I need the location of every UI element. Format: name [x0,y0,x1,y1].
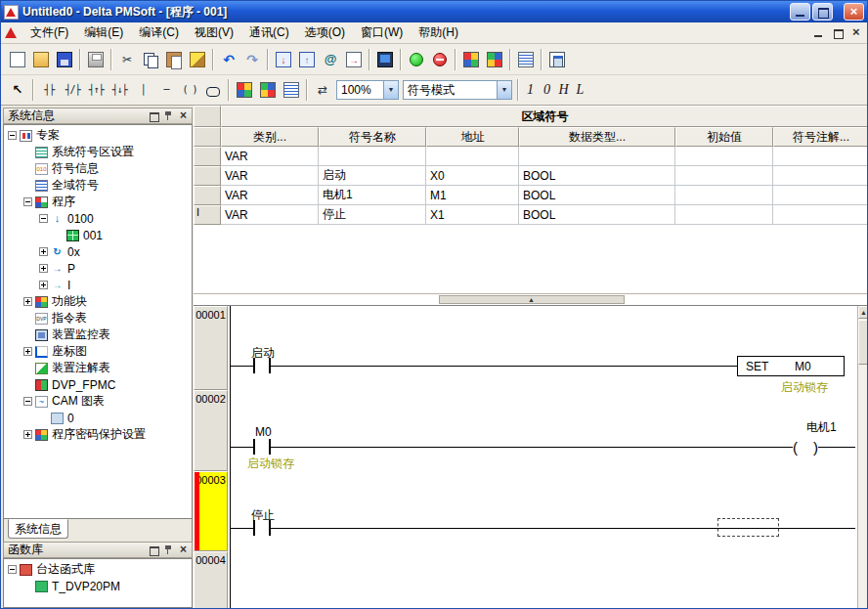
float-panel-button[interactable] [148,544,160,556]
pin-panel-button[interactable] [162,110,175,122]
cell-type[interactable]: BOOL [519,166,675,186]
convert-button[interactable] [311,78,334,102]
tree-item-coordinate-chart[interactable]: 座标图 [4,343,192,360]
symbol-row[interactable]: VAR 启动 X0 BOOL [194,166,868,186]
tree-item-i-interrupt[interactable]: I [4,277,192,293]
state-0-button[interactable]: 0 [539,80,555,100]
contact-no-button[interactable]: ┤├ [37,78,61,102]
state-1-button[interactable]: 1 [522,80,539,100]
close-panel-button[interactable] [177,544,190,556]
device-monitor-button[interactable] [459,48,483,71]
tree-item-ox-motion[interactable]: 0x [4,243,192,260]
monitor-button[interactable] [373,48,397,71]
cell-initial[interactable] [675,147,773,166]
menu-help[interactable]: 帮助(H) [411,22,466,44]
collapse-icon[interactable] [8,565,17,574]
symbol-mode-combobox[interactable]: 符号模式 ▼ [403,80,512,100]
cell-name[interactable]: 电机1 [319,186,426,205]
menu-file[interactable]: 文件(F) [22,22,76,44]
selection-cursor-box[interactable] [717,518,779,537]
vertical-line-button[interactable]: │ [131,78,154,102]
tree-item-device-comment-table[interactable]: 装置注解表 [4,360,192,376]
tree-item-system-symbol-settings[interactable]: 系统符号区设置 [4,144,192,160]
state-h-button[interactable]: H [555,80,572,100]
select-tool-button[interactable] [6,78,29,102]
tree-item-symbol-info[interactable]: 符号信息 [4,160,192,177]
new-button[interactable] [6,48,29,71]
redo-button[interactable] [240,48,264,71]
collapse-icon[interactable] [39,214,48,223]
open-button[interactable] [29,48,53,71]
menu-options[interactable]: 选项(O) [297,22,353,44]
tree-item-cam-0[interactable]: 0 [4,410,192,426]
menu-communication[interactable]: 通讯(C) [241,22,297,44]
cell-comment[interactable] [773,166,868,186]
column-header-initial[interactable]: 初始值 [675,127,773,147]
column-header-comment[interactable]: 符号注解... [773,127,868,147]
run-plc-button[interactable] [405,48,428,71]
cell-address[interactable]: X0 [426,166,519,186]
collapse-icon[interactable] [23,197,32,206]
cell-initial[interactable] [675,205,773,225]
print-button[interactable] [84,48,108,71]
tree-item-dvp-fpmc[interactable]: DVP_FPMC [4,376,192,393]
cell-name[interactable] [319,147,426,166]
instruction-box-button[interactable] [201,78,225,102]
scrollbar-thumb[interactable] [858,320,868,365]
tree-item-cam-chart[interactable]: CAM 图表 [4,393,192,410]
tree-item-network-001[interactable]: 001 [4,227,192,243]
column-header-class[interactable]: 类别... [221,127,319,147]
horizontal-line-button[interactable]: ─ [154,78,178,102]
cell-comment[interactable] [773,186,868,205]
tree-item-global-symbols[interactable]: 全域符号 [4,177,192,194]
coil-tool-button[interactable]: ( ) [178,78,201,102]
expand-icon[interactable] [39,281,48,289]
tree-item-delta-library[interactable]: 台达函式库 [4,561,192,578]
tree-item-password-protect[interactable]: 程序密码保护设置 [4,426,192,443]
stop-plc-button[interactable] [428,48,452,71]
tree-item-pou-0100[interactable]: 0100 [4,210,192,227]
close-button[interactable]: × [844,3,864,21]
instruction-list-button[interactable] [514,48,538,71]
column-header-name[interactable]: 符号名称 [319,127,426,147]
mdi-restore-button[interactable] [830,26,845,39]
column-header-address[interactable]: 地址 [426,127,519,147]
cut-button[interactable] [115,48,139,71]
menu-compile[interactable]: 编译(C) [131,22,187,44]
cell-class[interactable]: VAR [221,166,319,186]
communication-button[interactable]: @ [319,48,342,71]
tree-item-device-monitor-table[interactable]: 装置监控表 [4,326,192,343]
output-coil-symbol[interactable] [793,438,818,456]
cell-address[interactable]: X1 [426,205,519,225]
expand-icon[interactable] [39,264,48,273]
menu-edit[interactable]: 编辑(E) [76,22,131,44]
upload-program-button[interactable]: ↑ [295,48,319,71]
rising-edge-button[interactable]: ┤↑├ [84,78,108,102]
minimize-button[interactable] [790,3,810,21]
trace-button[interactable] [483,48,506,71]
expand-icon[interactable] [23,347,32,356]
cell-type[interactable]: BOOL [519,205,675,225]
state-l-button[interactable]: L [572,80,588,100]
cell-class[interactable]: VAR [221,205,319,225]
menu-view[interactable]: 视图(V) [187,22,241,44]
undo-button[interactable] [217,48,240,71]
paste-button[interactable] [162,48,186,71]
cell-address[interactable] [426,147,519,166]
cell-comment[interactable] [773,205,868,225]
pin-panel-button[interactable] [162,544,175,556]
tree-item-function-block[interactable]: 功能块 [4,293,192,310]
contact-nc-button[interactable]: ┤/├ [61,78,84,102]
transfer-button[interactable]: → [342,48,366,71]
cell-class[interactable]: VAR [221,147,319,166]
mdi-minimize-button[interactable] [811,26,826,39]
symbol-row[interactable]: VAR 电机1 M1 BOOL [194,186,868,205]
cell-class[interactable]: VAR [221,186,319,205]
format-brush-button[interactable] [186,48,209,71]
close-panel-button[interactable] [177,110,190,122]
tree-item-project[interactable]: 专案 [4,127,192,144]
tab-system-info[interactable]: 系统信息 [8,519,68,539]
tree-item-program[interactable]: 程序 [4,194,192,210]
cell-type[interactable]: BOOL [519,186,675,205]
maximize-button[interactable] [812,3,833,21]
